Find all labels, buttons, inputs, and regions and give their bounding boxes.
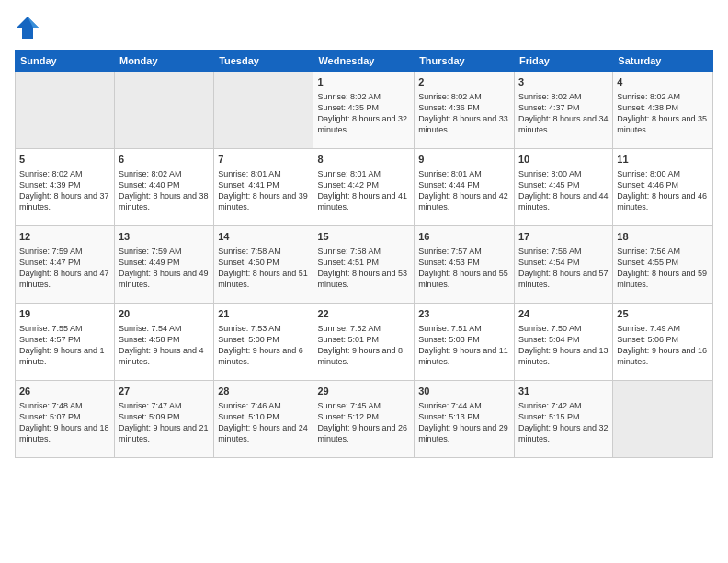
day-number: 19: [19, 307, 110, 321]
day-info: Sunrise: 8:02 AM: [19, 168, 110, 179]
header-row: SundayMondayTuesdayWednesdayThursdayFrid…: [16, 51, 713, 72]
day-info: Daylight: 8 hours and 57 minutes.: [518, 268, 609, 290]
day-info: Sunrise: 8:02 AM: [119, 168, 210, 179]
day-info: Sunrise: 7:42 AM: [518, 400, 609, 411]
day-number: 30: [418, 385, 510, 398]
day-info: Sunset: 4:44 PM: [418, 179, 510, 190]
day-info: Daylight: 9 hours and 11 minutes.: [418, 345, 510, 367]
day-info: Sunrise: 7:56 AM: [518, 246, 609, 257]
day-info: Daylight: 9 hours and 18 minutes.: [19, 422, 110, 444]
day-cell: 14Sunrise: 7:58 AMSunset: 4:50 PMDayligh…: [214, 226, 313, 304]
day-cell: 17Sunrise: 7:56 AMSunset: 4:54 PMDayligh…: [514, 226, 612, 304]
day-info: Sunset: 5:15 PM: [518, 411, 609, 422]
header: [15, 15, 713, 40]
day-cell: 20Sunrise: 7:54 AMSunset: 4:58 PMDayligh…: [114, 304, 213, 381]
day-info: Daylight: 9 hours and 29 minutes.: [418, 422, 510, 444]
day-info: Daylight: 9 hours and 32 minutes.: [518, 422, 609, 444]
logo-icon: [15, 15, 40, 40]
day-cell: [16, 72, 115, 149]
day-number: 9: [418, 153, 510, 167]
day-cell: 21Sunrise: 7:53 AMSunset: 5:00 PMDayligh…: [214, 304, 313, 381]
day-info: Sunset: 5:12 PM: [317, 411, 410, 422]
day-info: Sunset: 4:50 PM: [218, 257, 309, 268]
day-info: Daylight: 8 hours and 34 minutes.: [518, 113, 609, 135]
day-cell: 15Sunrise: 7:58 AMSunset: 4:51 PMDayligh…: [313, 226, 415, 304]
day-cell: 19Sunrise: 7:55 AMSunset: 4:57 PMDayligh…: [16, 304, 115, 381]
day-info: Sunset: 4:42 PM: [317, 179, 410, 190]
day-cell: [613, 381, 713, 458]
day-info: Sunset: 4:46 PM: [617, 179, 709, 190]
day-info: Sunrise: 8:01 AM: [418, 168, 510, 179]
day-cell: 1Sunrise: 8:02 AMSunset: 4:35 PMDaylight…: [313, 72, 415, 149]
header-wednesday: Wednesday: [313, 51, 415, 72]
day-info: Sunrise: 8:01 AM: [218, 168, 309, 179]
day-cell: 23Sunrise: 7:51 AMSunset: 5:03 PMDayligh…: [415, 304, 515, 381]
day-number: 10: [518, 153, 609, 167]
day-cell: 12Sunrise: 7:59 AMSunset: 4:47 PMDayligh…: [16, 226, 115, 304]
day-info: Sunset: 5:03 PM: [418, 334, 510, 345]
day-cell: 8Sunrise: 8:01 AMSunset: 4:42 PMDaylight…: [313, 149, 415, 226]
day-number: 3: [518, 75, 609, 89]
day-info: Sunset: 4:35 PM: [317, 102, 410, 113]
day-cell: 13Sunrise: 7:59 AMSunset: 4:49 PMDayligh…: [114, 226, 213, 304]
calendar-container: SundayMondayTuesdayWednesdayThursdayFrid…: [0, 0, 728, 563]
day-info: Daylight: 9 hours and 26 minutes.: [317, 422, 410, 444]
day-cell: 31Sunrise: 7:42 AMSunset: 5:15 PMDayligh…: [514, 381, 612, 458]
day-info: Sunset: 4:38 PM: [617, 102, 709, 113]
header-monday: Monday: [114, 51, 213, 72]
day-info: Daylight: 8 hours and 44 minutes.: [518, 190, 609, 213]
day-number: 6: [119, 153, 210, 167]
day-cell: [114, 72, 213, 149]
week-row-1: 5Sunrise: 8:02 AMSunset: 4:39 PMDaylight…: [16, 149, 713, 226]
day-info: Daylight: 9 hours and 21 minutes.: [119, 422, 210, 444]
day-cell: 4Sunrise: 8:02 AMSunset: 4:38 PMDaylight…: [613, 72, 713, 149]
day-info: Sunset: 4:57 PM: [19, 334, 110, 345]
day-info: Sunset: 4:40 PM: [119, 179, 210, 190]
day-info: Daylight: 8 hours and 46 minutes.: [617, 190, 709, 213]
day-info: Sunrise: 7:48 AM: [19, 400, 110, 411]
day-info: Sunrise: 7:55 AM: [19, 323, 110, 334]
day-info: Daylight: 9 hours and 16 minutes.: [617, 345, 709, 367]
day-info: Daylight: 8 hours and 35 minutes.: [617, 113, 709, 135]
header-saturday: Saturday: [613, 51, 713, 72]
day-info: Daylight: 9 hours and 24 minutes.: [218, 422, 309, 444]
day-number: 28: [218, 385, 309, 398]
header-sunday: Sunday: [16, 51, 115, 72]
day-info: Sunset: 4:55 PM: [617, 257, 709, 268]
week-row-0: 1Sunrise: 8:02 AMSunset: 4:35 PMDaylight…: [16, 72, 713, 149]
day-info: Daylight: 8 hours and 51 minutes.: [218, 268, 309, 290]
day-info: Daylight: 8 hours and 49 minutes.: [119, 268, 210, 290]
day-number: 22: [317, 307, 410, 321]
day-info: Sunrise: 7:57 AM: [418, 246, 510, 257]
day-cell: 27Sunrise: 7:47 AMSunset: 5:09 PMDayligh…: [114, 381, 213, 458]
day-info: Daylight: 8 hours and 32 minutes.: [317, 113, 410, 135]
day-info: Sunset: 4:51 PM: [317, 257, 410, 268]
day-info: Sunrise: 7:45 AM: [317, 400, 410, 411]
day-info: Sunset: 5:04 PM: [518, 334, 609, 345]
week-row-3: 19Sunrise: 7:55 AMSunset: 4:57 PMDayligh…: [16, 304, 713, 381]
day-info: Sunset: 4:41 PM: [218, 179, 309, 190]
day-info: Sunrise: 7:51 AM: [418, 323, 510, 334]
day-info: Daylight: 9 hours and 8 minutes.: [317, 345, 410, 367]
day-cell: 18Sunrise: 7:56 AMSunset: 4:55 PMDayligh…: [613, 226, 713, 304]
day-info: Sunrise: 7:47 AM: [119, 400, 210, 411]
day-cell: 10Sunrise: 8:00 AMSunset: 4:45 PMDayligh…: [514, 149, 612, 226]
day-info: Sunset: 5:09 PM: [119, 411, 210, 422]
day-info: Sunset: 4:37 PM: [518, 102, 609, 113]
day-cell: 29Sunrise: 7:45 AMSunset: 5:12 PMDayligh…: [313, 381, 415, 458]
day-info: Sunrise: 7:53 AM: [218, 323, 309, 334]
day-cell: 16Sunrise: 7:57 AMSunset: 4:53 PMDayligh…: [415, 226, 515, 304]
day-number: 13: [119, 230, 210, 244]
day-cell: [214, 72, 313, 149]
day-info: Sunset: 5:07 PM: [19, 411, 110, 422]
day-number: 11: [617, 153, 709, 167]
day-number: 15: [317, 230, 410, 244]
day-number: 21: [218, 307, 309, 321]
day-info: Sunrise: 7:44 AM: [418, 400, 510, 411]
day-info: Sunset: 5:10 PM: [218, 411, 309, 422]
day-number: 14: [218, 230, 309, 244]
day-info: Daylight: 8 hours and 55 minutes.: [418, 268, 510, 290]
day-info: Daylight: 9 hours and 6 minutes.: [218, 345, 309, 367]
day-info: Sunset: 4:45 PM: [518, 179, 609, 190]
day-info: Sunrise: 7:46 AM: [218, 400, 309, 411]
